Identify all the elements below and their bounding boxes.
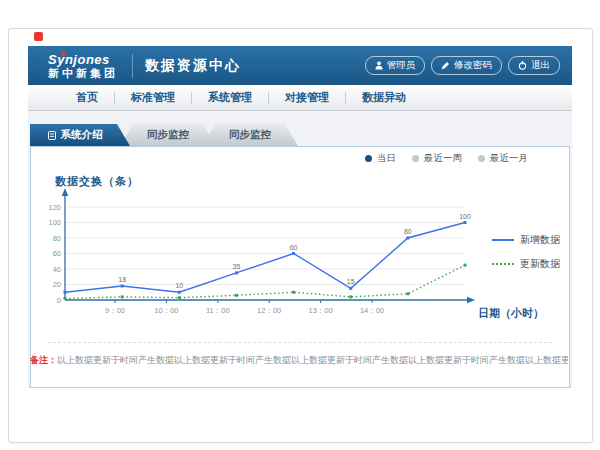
blue-line-sample-icon: [492, 239, 514, 241]
svg-text:80: 80: [404, 228, 412, 235]
page-title: 数据资源中心: [145, 57, 241, 75]
legend-label: 更新数据: [520, 257, 560, 271]
main-nav: 首页 标准管理 系统管理 对接管理 数据异动: [28, 85, 572, 111]
svg-text:18: 18: [118, 276, 126, 283]
filter-last-week[interactable]: 最近一周: [412, 152, 462, 165]
tab-label: 同步监控: [147, 128, 189, 142]
change-password-button[interactable]: 修改密码: [431, 56, 502, 75]
favicon-icon: [34, 32, 43, 41]
svg-text:11：00: 11：00: [206, 306, 230, 315]
content-area: 系统介绍 同步监控 同步监控 当日 最近一周 最近一月 数据交换（条） 0204…: [28, 111, 572, 388]
change-password-label: 修改密码: [454, 59, 492, 72]
svg-text:14：00: 14：00: [360, 306, 384, 315]
series-legend: 新增数据 更新数据: [492, 233, 560, 271]
legend-label: 新增数据: [520, 233, 560, 247]
document-icon: [48, 131, 56, 140]
tab-sync-monitor-2[interactable]: 同步监控: [202, 124, 298, 146]
tab-label: 同步监控: [229, 128, 271, 142]
svg-text:10: 10: [175, 282, 183, 289]
chart-canvas: 0204060801001209：0010：0011：0012：0013：001…: [38, 188, 490, 326]
svg-text:20: 20: [53, 280, 61, 289]
filter-today[interactable]: 当日: [365, 152, 396, 165]
svg-text:9：00: 9：00: [105, 306, 125, 315]
svg-text:100: 100: [459, 213, 471, 220]
legend-item-new-data[interactable]: 新增数据: [492, 233, 560, 247]
footer-note-text: 以上数据更新于时间产生数据以上数据更新于时间产生数据以上数据更新于时间产生数据以…: [57, 355, 568, 365]
header-divider: [132, 54, 133, 78]
power-icon: [518, 61, 527, 70]
svg-text:120: 120: [48, 203, 61, 212]
x-axis-title: 日期（小时）: [478, 306, 544, 321]
nav-item-home[interactable]: 首页: [60, 90, 114, 105]
green-dotted-sample-icon: [492, 263, 514, 265]
svg-text:60: 60: [53, 249, 61, 258]
admin-user-button[interactable]: 管理员: [365, 56, 426, 75]
filter-last-month[interactable]: 最近一月: [478, 152, 528, 165]
legend-item-updated-data[interactable]: 更新数据: [492, 257, 560, 271]
user-icon: [375, 61, 383, 70]
footer-note: 备注：以上数据更新于时间产生数据以上数据更新于时间产生数据以上数据更新于时间产生…: [30, 354, 568, 367]
svg-text:13：00: 13：00: [309, 306, 333, 315]
time-filter-group: 当日 最近一周 最近一月: [365, 152, 528, 165]
y-axis-title: 数据交换（条）: [55, 174, 139, 189]
svg-text:80: 80: [53, 234, 61, 243]
svg-text:12：00: 12：00: [257, 306, 281, 315]
svg-text:100: 100: [48, 218, 61, 227]
filter-label: 最近一月: [490, 152, 528, 165]
tab-sync-monitor-1[interactable]: 同步监控: [120, 124, 216, 146]
tab-bar: 系统介绍 同步监控 同步监控: [30, 124, 298, 146]
radio-unselected-icon: [412, 155, 419, 162]
footer-note-prefix: 备注：: [30, 355, 57, 365]
svg-text:0: 0: [57, 296, 61, 305]
svg-text:15: 15: [347, 278, 355, 285]
filter-label: 最近一周: [424, 152, 462, 165]
filter-label: 当日: [377, 152, 396, 165]
nav-item-system[interactable]: 系统管理: [192, 90, 268, 105]
logout-button[interactable]: 退出: [508, 56, 560, 75]
logout-label: 退出: [531, 59, 550, 72]
radio-unselected-icon: [478, 155, 485, 162]
note-divider: [48, 342, 552, 343]
radio-selected-icon: [365, 155, 372, 162]
logo-text: Synjones: [48, 53, 118, 66]
svg-text:10：00: 10：00: [154, 306, 178, 315]
line-chart: 0204060801001209：0010：0011：0012：0013：001…: [38, 188, 490, 326]
tab-label: 系统介绍: [61, 128, 103, 142]
tab-system-intro[interactable]: 系统介绍: [30, 124, 130, 146]
logo: Synjones 新中新集团: [48, 53, 118, 79]
nav-item-integration[interactable]: 对接管理: [269, 90, 345, 105]
svg-text:60: 60: [290, 244, 298, 251]
logo-subtext: 新中新集团: [48, 68, 118, 79]
header: Synjones 新中新集团 数据资源中心 管理员 修改密码 退出: [28, 46, 572, 85]
admin-user-label: 管理员: [387, 59, 416, 72]
nav-item-data-changes[interactable]: 数据异动: [346, 90, 422, 105]
svg-text:40: 40: [53, 265, 61, 274]
svg-text:35: 35: [233, 263, 241, 270]
nav-item-standards[interactable]: 标准管理: [115, 90, 191, 105]
header-actions: 管理员 修改密码 退出: [365, 56, 561, 75]
edit-icon: [441, 61, 450, 70]
